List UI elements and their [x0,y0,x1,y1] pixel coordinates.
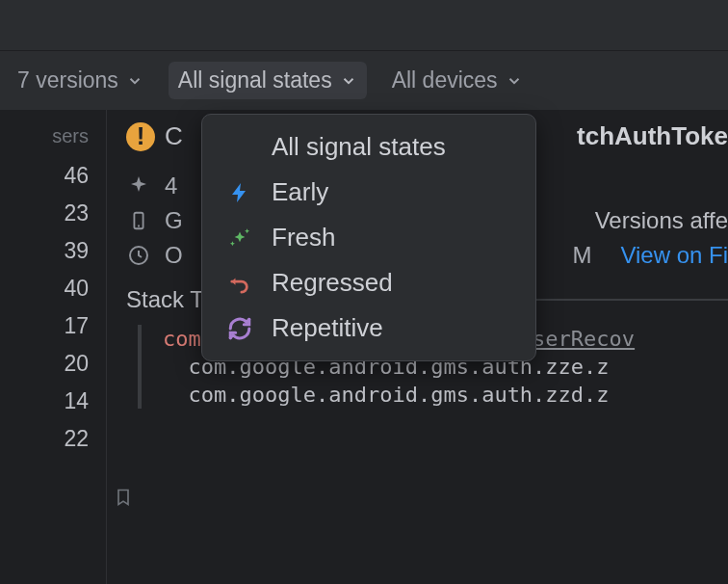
sparkles-icon [225,226,254,251]
dropdown-item-repetitive[interactable]: Repetitive [202,305,535,351]
filter-signal-states[interactable]: All signal states [169,62,367,99]
sidebar-value[interactable]: 23 [0,195,106,232]
versions-affected-label: Versions affe [595,207,728,234]
meta-device-value: G [165,207,183,234]
dropdown-item-label: All signal states [272,132,446,162]
chevron-down-icon [340,72,357,90]
dropdown-item-label: Regressed [272,268,393,298]
signal-states-dropdown[interactable]: All signal states Early Fresh Regressed … [201,114,536,361]
stack-line[interactable]: com.google.android.gms.auth.zzd.z [163,381,728,409]
filter-versions[interactable]: 7 versions [8,62,153,99]
crash-prefix: C [165,121,183,151]
dropdown-item-all[interactable]: All signal states [202,124,535,170]
chevron-down-icon [506,72,523,90]
undo-icon [225,273,254,294]
filter-devices[interactable]: All devices [382,62,533,99]
filter-signal-states-label: All signal states [178,67,332,93]
dropdown-item-label: Early [272,177,328,207]
filter-devices-label: All devices [392,67,498,93]
dropdown-item-fresh[interactable]: Fresh [202,215,535,260]
refresh-icon [225,316,254,341]
filter-bar: 7 versions All signal states All devices [0,50,728,110]
meta-time-value: O [165,242,183,269]
sidebar-value[interactable]: 46 [0,157,106,195]
dropdown-item-early[interactable]: Early [202,170,535,215]
sidebar-value[interactable]: 22 [0,420,106,458]
sidebar-value[interactable]: 39 [0,232,106,270]
sidebar-value[interactable]: 40 [0,270,106,307]
sidebar-value[interactable]: 20 [0,345,106,383]
crash-title-fragment: tchAuthToke [577,121,728,151]
view-on-link[interactable]: View on Fi [620,242,728,269]
meta-time-suffix: M [572,242,591,269]
stack-text: com.google.android.gms.auth.zzd.z [189,383,610,407]
filter-versions-label: 7 versions [17,67,118,93]
sidebar-header: sers [0,121,106,157]
stack-class: UserRecov [520,327,635,351]
chevron-down-icon [126,72,143,90]
dropdown-item-regressed[interactable]: Regressed [202,260,535,305]
dropdown-item-label: Fresh [272,223,335,252]
device-icon [126,210,151,231]
sidebar-value[interactable]: 17 [0,307,106,345]
meta-events-value: 4 [165,173,177,199]
bookmark-icon[interactable] [114,487,133,513]
sparkle-icon [126,174,151,198]
sidebar: sers 46 23 39 40 17 20 14 22 [0,110,106,584]
clock-icon [126,244,151,267]
warning-icon: ! [126,122,155,151]
sidebar-value[interactable]: 14 [0,383,106,420]
bolt-icon [225,180,254,205]
window-titlebar [0,0,728,50]
dropdown-item-label: Repetitive [272,313,383,343]
